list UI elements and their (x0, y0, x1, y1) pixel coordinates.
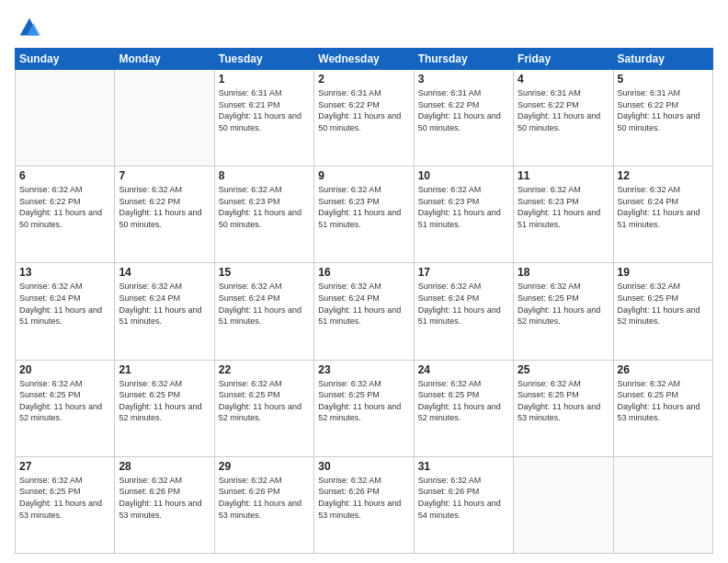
weekday-header-sunday: Sunday (16, 49, 115, 70)
calendar-cell: 21Sunrise: 6:32 AM Sunset: 6:25 PM Dayli… (115, 360, 214, 456)
day-number: 21 (119, 363, 210, 376)
day-info: Sunrise: 6:32 AM Sunset: 6:23 PM Dayligh… (219, 184, 310, 230)
day-info: Sunrise: 6:32 AM Sunset: 6:22 PM Dayligh… (119, 184, 210, 230)
weekday-header-monday: Monday (115, 49, 214, 70)
day-number: 25 (518, 363, 609, 376)
week-row-2: 6Sunrise: 6:32 AM Sunset: 6:22 PM Daylig… (16, 167, 713, 263)
week-row-4: 20Sunrise: 6:32 AM Sunset: 6:25 PM Dayli… (16, 360, 713, 456)
day-info: Sunrise: 6:32 AM Sunset: 6:23 PM Dayligh… (418, 184, 509, 230)
calendar-cell: 28Sunrise: 6:32 AM Sunset: 6:26 PM Dayli… (115, 456, 214, 553)
day-number: 30 (318, 460, 409, 473)
day-info: Sunrise: 6:31 AM Sunset: 6:22 PM Dayligh… (518, 87, 609, 133)
day-number: 17 (418, 266, 509, 279)
day-info: Sunrise: 6:32 AM Sunset: 6:23 PM Dayligh… (318, 184, 409, 230)
calendar-cell: 3Sunrise: 6:31 AM Sunset: 6:22 PM Daylig… (414, 70, 513, 167)
day-info: Sunrise: 6:32 AM Sunset: 6:25 PM Dayligh… (618, 281, 709, 327)
calendar-cell: 25Sunrise: 6:32 AM Sunset: 6:25 PM Dayli… (514, 360, 613, 456)
calendar-cell: 26Sunrise: 6:32 AM Sunset: 6:25 PM Dayli… (613, 360, 712, 456)
day-info: Sunrise: 6:31 AM Sunset: 6:21 PM Dayligh… (219, 87, 310, 133)
calendar-cell: 8Sunrise: 6:32 AM Sunset: 6:23 PM Daylig… (214, 167, 313, 263)
day-number: 15 (219, 266, 310, 279)
day-number: 24 (418, 363, 509, 376)
day-info: Sunrise: 6:32 AM Sunset: 6:24 PM Dayligh… (219, 281, 310, 327)
calendar-cell: 6Sunrise: 6:32 AM Sunset: 6:22 PM Daylig… (16, 167, 115, 263)
day-info: Sunrise: 6:32 AM Sunset: 6:25 PM Dayligh… (19, 378, 110, 424)
day-info: Sunrise: 6:32 AM Sunset: 6:24 PM Dayligh… (119, 281, 210, 327)
day-info: Sunrise: 6:31 AM Sunset: 6:22 PM Dayligh… (418, 87, 509, 133)
weekday-header-saturday: Saturday (613, 49, 712, 70)
day-info: Sunrise: 6:32 AM Sunset: 6:24 PM Dayligh… (618, 184, 709, 230)
calendar-cell: 11Sunrise: 6:32 AM Sunset: 6:23 PM Dayli… (514, 167, 613, 263)
calendar-cell: 16Sunrise: 6:32 AM Sunset: 6:24 PM Dayli… (314, 263, 414, 360)
calendar-cell: 12Sunrise: 6:32 AM Sunset: 6:24 PM Dayli… (613, 167, 712, 263)
day-number: 8 (219, 169, 310, 182)
day-number: 11 (518, 169, 609, 182)
weekday-header-wednesday: Wednesday (314, 49, 414, 70)
header (15, 15, 713, 40)
day-info: Sunrise: 6:32 AM Sunset: 6:26 PM Dayligh… (318, 475, 409, 521)
calendar-cell: 29Sunrise: 6:32 AM Sunset: 6:26 PM Dayli… (214, 456, 313, 553)
logo-icon (17, 15, 42, 40)
calendar-cell: 27Sunrise: 6:32 AM Sunset: 6:25 PM Dayli… (16, 456, 115, 553)
day-number: 1 (219, 73, 310, 86)
calendar-cell: 24Sunrise: 6:32 AM Sunset: 6:25 PM Dayli… (414, 360, 513, 456)
calendar-cell: 20Sunrise: 6:32 AM Sunset: 6:25 PM Dayli… (16, 360, 115, 456)
calendar-cell: 31Sunrise: 6:32 AM Sunset: 6:26 PM Dayli… (414, 456, 513, 553)
week-row-5: 27Sunrise: 6:32 AM Sunset: 6:25 PM Dayli… (16, 456, 713, 553)
calendar-cell: 23Sunrise: 6:32 AM Sunset: 6:25 PM Dayli… (314, 360, 414, 456)
calendar-cell (115, 70, 214, 167)
day-info: Sunrise: 6:32 AM Sunset: 6:26 PM Dayligh… (119, 475, 210, 521)
day-info: Sunrise: 6:32 AM Sunset: 6:25 PM Dayligh… (618, 378, 709, 424)
day-number: 28 (119, 460, 210, 473)
day-number: 27 (19, 460, 110, 473)
day-number: 4 (518, 73, 609, 86)
day-info: Sunrise: 6:32 AM Sunset: 6:24 PM Dayligh… (318, 281, 409, 327)
calendar-cell (613, 456, 712, 553)
week-row-3: 13Sunrise: 6:32 AM Sunset: 6:24 PM Dayli… (16, 263, 713, 360)
calendar-cell: 5Sunrise: 6:31 AM Sunset: 6:22 PM Daylig… (613, 70, 712, 167)
day-info: Sunrise: 6:32 AM Sunset: 6:23 PM Dayligh… (518, 184, 609, 230)
day-number: 12 (618, 169, 709, 182)
calendar-cell: 13Sunrise: 6:32 AM Sunset: 6:24 PM Dayli… (16, 263, 115, 360)
day-number: 13 (19, 266, 110, 279)
day-number: 10 (418, 169, 509, 182)
day-info: Sunrise: 6:32 AM Sunset: 6:24 PM Dayligh… (418, 281, 509, 327)
calendar-cell: 4Sunrise: 6:31 AM Sunset: 6:22 PM Daylig… (514, 70, 613, 167)
calendar-cell: 14Sunrise: 6:32 AM Sunset: 6:24 PM Dayli… (115, 263, 214, 360)
day-info: Sunrise: 6:32 AM Sunset: 6:25 PM Dayligh… (418, 378, 509, 424)
calendar-cell: 9Sunrise: 6:32 AM Sunset: 6:23 PM Daylig… (314, 167, 414, 263)
calendar-table: SundayMondayTuesdayWednesdayThursdayFrid… (15, 48, 713, 554)
day-number: 3 (418, 73, 509, 86)
day-number: 5 (618, 73, 709, 86)
day-info: Sunrise: 6:32 AM Sunset: 6:25 PM Dayligh… (119, 378, 210, 424)
day-number: 7 (119, 169, 210, 182)
logo (15, 15, 42, 40)
day-info: Sunrise: 6:32 AM Sunset: 6:26 PM Dayligh… (219, 475, 310, 521)
day-info: Sunrise: 6:31 AM Sunset: 6:22 PM Dayligh… (618, 87, 709, 133)
calendar-cell: 10Sunrise: 6:32 AM Sunset: 6:23 PM Dayli… (414, 167, 513, 263)
page: SundayMondayTuesdayWednesdayThursdayFrid… (0, 0, 728, 563)
calendar-cell (514, 456, 613, 553)
day-number: 6 (19, 169, 110, 182)
day-info: Sunrise: 6:32 AM Sunset: 6:25 PM Dayligh… (19, 475, 110, 521)
day-info: Sunrise: 6:32 AM Sunset: 6:25 PM Dayligh… (518, 378, 609, 424)
calendar-cell: 15Sunrise: 6:32 AM Sunset: 6:24 PM Dayli… (214, 263, 313, 360)
calendar-cell: 7Sunrise: 6:32 AM Sunset: 6:22 PM Daylig… (115, 167, 214, 263)
day-number: 20 (19, 363, 110, 376)
calendar-cell: 1Sunrise: 6:31 AM Sunset: 6:21 PM Daylig… (214, 70, 313, 167)
day-info: Sunrise: 6:32 AM Sunset: 6:25 PM Dayligh… (318, 378, 409, 424)
calendar-cell: 30Sunrise: 6:32 AM Sunset: 6:26 PM Dayli… (314, 456, 414, 553)
day-number: 31 (418, 460, 509, 473)
day-info: Sunrise: 6:32 AM Sunset: 6:25 PM Dayligh… (518, 281, 609, 327)
week-row-1: 1Sunrise: 6:31 AM Sunset: 6:21 PM Daylig… (16, 70, 713, 167)
day-info: Sunrise: 6:32 AM Sunset: 6:25 PM Dayligh… (219, 378, 310, 424)
day-number: 9 (318, 169, 409, 182)
day-number: 22 (219, 363, 310, 376)
weekday-header-row: SundayMondayTuesdayWednesdayThursdayFrid… (16, 49, 713, 70)
calendar-cell: 22Sunrise: 6:32 AM Sunset: 6:25 PM Dayli… (214, 360, 313, 456)
day-number: 14 (119, 266, 210, 279)
weekday-header-friday: Friday (514, 49, 613, 70)
day-number: 18 (518, 266, 609, 279)
calendar-cell (16, 70, 115, 167)
calendar-cell: 17Sunrise: 6:32 AM Sunset: 6:24 PM Dayli… (414, 263, 513, 360)
